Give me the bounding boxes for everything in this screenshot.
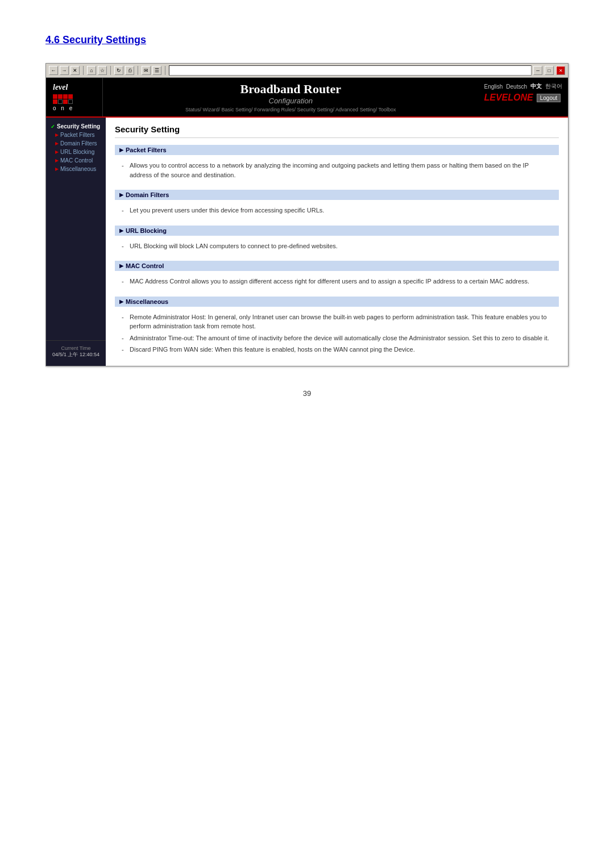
lang-english[interactable]: English: [484, 84, 503, 90]
logo-block: [58, 94, 63, 99]
browser-window: ← → ✕ ⌂ ☆ ↻ ⎙ ✉ ☰ ─ □ ✕ level: [45, 63, 569, 366]
router-sub-title: Configuration: [269, 97, 313, 105]
router-main-title: Broadband Router: [240, 82, 341, 97]
bullet-text: Let you prevent users under this device …: [130, 206, 324, 215]
section-domain-filters[interactable]: ▶ Domain Filters: [115, 190, 559, 200]
sidebar-item-domain-filters[interactable]: ▶ Domain Filters: [46, 139, 106, 148]
logo-text: level: [53, 83, 96, 92]
miscellaneous-body: - Remote Administrator Host: In general,…: [115, 310, 559, 359]
section-packet-filters[interactable]: ▶ Packet Filters: [115, 145, 559, 155]
sidebar-item-label: MAC Control: [60, 157, 93, 164]
router-nav-text: Status/ Wizard/ Basic Setting/ Forwardin…: [185, 107, 396, 112]
section-url-blocking[interactable]: ▶ URL Blocking: [115, 226, 559, 236]
logo-block: [53, 94, 57, 99]
lang-chinese[interactable]: 中文: [530, 82, 542, 90]
sidebar-item-label: Packet Filters: [60, 132, 95, 138]
bullet-text: Remote Administrator Host: In general, o…: [130, 312, 552, 331]
logout-button[interactable]: Logout: [537, 94, 561, 102]
lang-deutsch[interactable]: Deutsch: [506, 84, 527, 90]
refresh-button[interactable]: ↻: [114, 66, 123, 75]
mail-button[interactable]: ✉: [142, 66, 151, 75]
home-button[interactable]: ⌂: [87, 66, 96, 75]
logo-one: o n e: [53, 105, 96, 111]
section-mac-control[interactable]: ▶ MAC Control: [115, 261, 559, 271]
toolbar-separator: [83, 66, 84, 75]
sidebar-item-mac-control[interactable]: ▶ MAC Control: [46, 156, 106, 165]
bullet-text: Allows you to control access to a networ…: [130, 161, 552, 180]
mac-control-body: - MAC Address Control allows you to assi…: [115, 274, 559, 291]
logo-block: [58, 99, 63, 104]
sidebar-item-label: Miscellaneous: [60, 166, 96, 172]
lang-row: English Deutsch 中文 한국어: [484, 82, 563, 90]
bookmark-button[interactable]: ☆: [98, 66, 107, 75]
logo-block: [53, 99, 57, 104]
bullet-text: MAC Address Control allows you to assign…: [130, 277, 529, 286]
domain-filters-body: - Let you prevent users under this devic…: [115, 203, 559, 220]
forward-button[interactable]: →: [60, 66, 69, 75]
logo-block: [68, 94, 73, 99]
check-icon: ✓: [51, 124, 55, 130]
bullet-item: - Remote Administrator Host: In general,…: [122, 312, 552, 331]
sidebar: ✓ Security Setting ▶ Packet Filters ▶ Do…: [46, 118, 106, 366]
arrow-icon: ▶: [55, 158, 59, 163]
content-area: Security Setting ▶ Packet Filters - Allo…: [106, 118, 568, 366]
sidebar-item-label: URL Blocking: [60, 149, 94, 155]
toolbar-separator-4: [165, 66, 165, 75]
sidebar-item-packet-filters[interactable]: ▶ Packet Filters: [46, 131, 106, 139]
window-restore[interactable]: □: [545, 66, 554, 75]
lang-korean[interactable]: 한국어: [545, 82, 562, 90]
sidebar-item-security-setting[interactable]: ✓ Security Setting: [46, 122, 106, 131]
bullet-dash: -: [122, 333, 126, 343]
logo-blocks: [53, 94, 96, 104]
page-number: 39: [45, 389, 569, 398]
bullet-dash: -: [122, 241, 126, 251]
url-blocking-body: - URL Blocking will block LAN computers …: [115, 239, 559, 256]
bullet-dash: -: [122, 277, 126, 286]
window-minimize[interactable]: ─: [533, 66, 542, 75]
sidebar-section: ✓ Security Setting ▶ Packet Filters ▶ Do…: [46, 120, 106, 175]
arrow-icon: ▶: [55, 149, 59, 155]
router-header: level o n e Broadband Router Configurati…: [46, 78, 568, 118]
sidebar-item-label: Security Setting: [57, 123, 100, 130]
router-lang-area: English Deutsch 中文 한국어 LEVELONE Logout: [479, 78, 569, 116]
current-time-value: 04/5/1 上午 12:40:54: [51, 351, 101, 358]
current-time-label: Current Time: [51, 345, 101, 351]
address-bar[interactable]: [169, 65, 532, 76]
logo-block: [63, 94, 68, 99]
section-arrow-icon: ▶: [119, 147, 123, 153]
bullet-item: - Allows you to control access to a netw…: [122, 161, 552, 180]
logo-block: [68, 99, 73, 104]
print-button[interactable]: ⎙: [125, 66, 134, 75]
content-title: Security Setting: [115, 124, 559, 138]
bullet-item: - Administrator Time-out: The amount of …: [122, 333, 552, 343]
section-header-label: Miscellaneous: [126, 298, 168, 305]
section-arrow-icon: ▶: [119, 299, 123, 304]
browser-content: ✓ Security Setting ▶ Packet Filters ▶ Do…: [46, 118, 568, 366]
bullet-item: - URL Blocking will block LAN computers …: [122, 241, 552, 251]
window-close[interactable]: ✕: [556, 66, 565, 75]
section-arrow-icon: ▶: [119, 263, 123, 269]
section-arrow-icon: ▶: [119, 228, 123, 233]
arrow-icon: ▶: [55, 141, 59, 146]
sidebar-item-url-blocking[interactable]: ▶ URL Blocking: [46, 148, 106, 156]
bullet-dash: -: [122, 161, 126, 180]
arrow-icon: ▶: [55, 132, 59, 137]
stop-button[interactable]: ✕: [70, 66, 80, 75]
router-logo: level o n e: [46, 78, 103, 116]
section-miscellaneous[interactable]: ▶ Miscellaneous: [115, 297, 559, 307]
bullet-dash: -: [122, 206, 126, 215]
sidebar-item-miscellaneous[interactable]: ▶ Miscellaneous: [46, 165, 106, 173]
bullet-item: - MAC Address Control allows you to assi…: [122, 277, 552, 286]
back-button[interactable]: ←: [49, 66, 58, 75]
section-header-label: MAC Control: [126, 262, 164, 269]
section-header-label: Domain Filters: [126, 191, 169, 198]
menu-button[interactable]: ☰: [152, 66, 161, 75]
bullet-text: Discard PING from WAN side: When this fe…: [130, 345, 415, 354]
bullet-item: - Discard PING from WAN side: When this …: [122, 345, 552, 354]
section-header-label: URL Blocking: [126, 227, 167, 234]
toolbar-separator-3: [138, 66, 138, 75]
arrow-icon: ▶: [55, 166, 59, 172]
bullet-dash: -: [122, 312, 126, 331]
bullet-text: URL Blocking will block LAN computers to…: [130, 241, 338, 251]
bullet-item: - Let you prevent users under this devic…: [122, 206, 552, 215]
